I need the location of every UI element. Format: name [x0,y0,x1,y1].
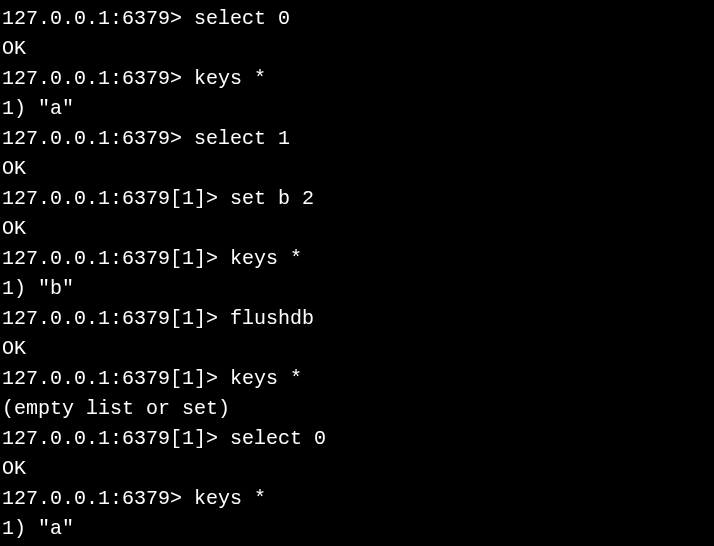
terminal-line: (empty list or set) [2,394,712,424]
output: 1) "b" [2,277,74,300]
command: keys * [194,487,266,510]
terminal-line: 1) "a" [2,94,712,124]
command: flushdb [230,307,314,330]
terminal-line: 127.0.0.1:6379> keys * [2,484,712,514]
output: OK [2,157,26,180]
terminal-line: 127.0.0.1:6379[1]> keys * [2,364,712,394]
prompt: 127.0.0.1:6379[1]> [2,427,230,450]
prompt: 127.0.0.1:6379> [2,67,194,90]
output: OK [2,457,26,480]
output: 1) "a" [2,97,74,120]
command: keys * [230,247,302,270]
prompt: 127.0.0.1:6379[1]> [2,247,230,270]
output: OK [2,337,26,360]
prompt: 127.0.0.1:6379[1]> [2,367,230,390]
terminal-line: 127.0.0.1:6379[1]> flushdb [2,304,712,334]
output: (empty list or set) [2,397,230,420]
terminal-line: OK [2,34,712,64]
prompt: 127.0.0.1:6379> [2,7,194,30]
terminal-line: 127.0.0.1:6379[1]> keys * [2,244,712,274]
terminal-line: 127.0.0.1:6379[1]> select 0 [2,424,712,454]
prompt: 127.0.0.1:6379> [2,127,194,150]
command: set b 2 [230,187,314,210]
output: OK [2,217,26,240]
terminal-line: 127.0.0.1:6379[1]> set b 2 [2,184,712,214]
command: select 1 [194,127,290,150]
terminal-line: 127.0.0.1:6379> keys * [2,64,712,94]
output: 1) "a" [2,517,74,540]
terminal-line: OK [2,454,712,484]
terminal-line: OK [2,154,712,184]
terminal-line: 1) "b" [2,274,712,304]
terminal-line: OK [2,334,712,364]
command: keys * [194,67,266,90]
prompt: 127.0.0.1:6379> [2,487,194,510]
output: OK [2,37,26,60]
terminal-line: OK [2,214,712,244]
terminal-line: 127.0.0.1:6379> select 0 [2,4,712,34]
prompt: 127.0.0.1:6379[1]> [2,307,230,330]
prompt: 127.0.0.1:6379[1]> [2,187,230,210]
terminal-output[interactable]: 127.0.0.1:6379> select 0OK127.0.0.1:6379… [2,4,712,544]
terminal-line: 127.0.0.1:6379> select 1 [2,124,712,154]
command: select 0 [194,7,290,30]
terminal-line: 1) "a" [2,514,712,544]
command: select 0 [230,427,326,450]
command: keys * [230,367,302,390]
